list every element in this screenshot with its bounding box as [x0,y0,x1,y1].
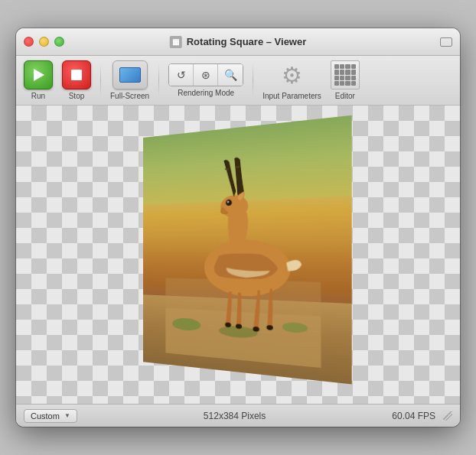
run-icon [24,60,53,89]
antelope-background [143,115,352,385]
toolbar-separator-1 [100,63,101,97]
fullscreen-icon [112,60,148,89]
rendering-buttons: ↺ ⊛ 🔍 [168,63,243,86]
window-title: ▦ Rotating Square – Viewer [170,36,307,48]
stop-square-icon [71,70,82,80]
toolbar-separator-3 [253,63,253,97]
statusbar: Custom ▼ 512x384 Pixels 60.04 FPS [16,404,460,427]
rendering-mode-group: ↺ ⊛ 🔍 Rendering Mode [168,63,243,97]
canvas-area [16,106,460,404]
editor-button[interactable]: Editor [331,60,360,100]
titlebar: ▦ Rotating Square – Viewer [16,28,460,56]
fullscreen-button[interactable]: Full-Screen [110,60,149,100]
fps-status: 60.04 FPS [392,411,435,421]
toolbar-separator-2 [158,63,159,97]
rendering-zoom-button[interactable]: 🔍 [218,64,243,86]
toolbar: Run Stop Full-Screen ↺ ⊛ 🔍 Rendering [16,56,460,106]
rendering-reset-button[interactable]: ↺ [169,64,194,86]
minimize-button[interactable] [39,37,49,47]
traffic-lights [24,37,64,47]
resize-handle[interactable] [443,411,452,421]
antelope-svg [152,143,339,369]
maximize-button[interactable] [54,37,64,47]
dropdown-arrow-icon: ▼ [64,412,70,419]
stop-icon [62,60,91,89]
main-window: ▦ Rotating Square – Viewer Run Stop Fu [16,28,460,427]
play-triangle-icon [34,69,44,81]
custom-dropdown[interactable]: Custom ▼ [24,409,77,423]
run-button[interactable]: Run [24,60,53,100]
gear-icon: ⚙ [278,60,307,89]
pixels-status: 512x384 Pixels [85,411,384,421]
editor-icon [331,60,360,89]
resize-icon [440,37,452,47]
input-parameters-button[interactable]: ⚙ Input Parameters [262,60,321,100]
antelope-image [143,115,352,385]
fullscreen-display-icon [119,67,141,83]
window-icon: ▦ [170,36,182,48]
stop-button[interactable]: Stop [62,60,91,100]
rendering-center-button[interactable]: ⊛ [194,64,218,86]
close-button[interactable] [24,37,34,47]
